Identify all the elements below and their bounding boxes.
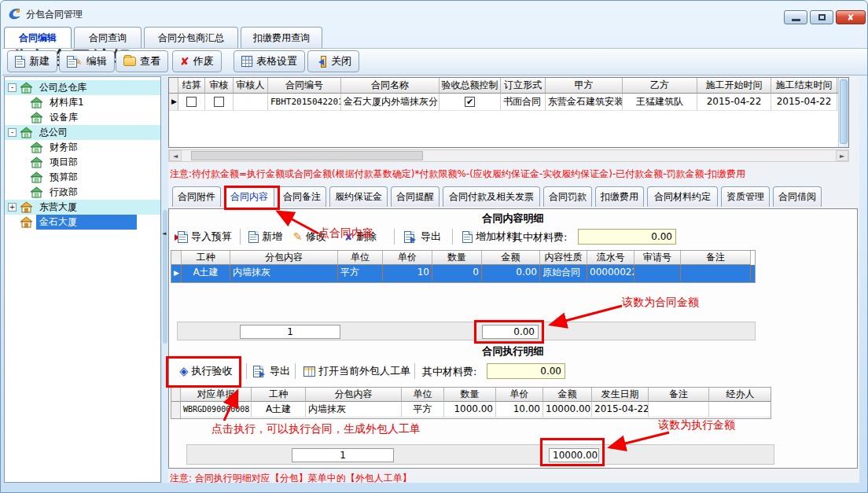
contracts-vertical-scrollbar[interactable] — [838, 78, 848, 147]
scroll-thumb[interactable] — [191, 151, 423, 160]
add-material-button[interactable]: 增加材料 — [460, 227, 519, 246]
tree-item-dongying-building[interactable]: + 东营大厦 — [5, 200, 160, 215]
tree-item-finance-dept[interactable]: 财务部 — [5, 140, 160, 155]
audit-checkbox[interactable] — [214, 97, 224, 107]
building-house-icon — [20, 201, 33, 213]
tree-item-project-dept[interactable]: 项目部 — [5, 155, 160, 170]
tab-contract-edit[interactable]: 合同编辑 — [4, 27, 72, 48]
tab-contract-borrow[interactable]: 合同借阅 — [773, 186, 822, 207]
tab-material-agreement[interactable]: 合同材料约定 — [647, 186, 718, 207]
contract-row[interactable]: ▶ FBHT2015042201 金石大厦内外墙抹灰分 ✔ 书面合同 东营金石建… — [169, 94, 848, 111]
tree-item-admin-dept[interactable]: 行政部 — [5, 185, 160, 200]
tab-performance-bond[interactable]: 履约保证金 — [329, 186, 388, 207]
restore-button[interactable] — [810, 10, 833, 24]
close-window-button[interactable]: ✘ — [836, 10, 866, 24]
app-icon — [8, 7, 22, 20]
red-x-icon: ✘ — [180, 56, 189, 67]
exec-material-fee-input[interactable] — [487, 363, 565, 379]
content-row-selected[interactable]: ▶ A土建 内墙抹灰 平方 10 0 0.00 原始合同 00000022 — [171, 265, 755, 282]
contracts-horizontal-scrollbar[interactable]: ◄ ► — [168, 149, 849, 162]
title-bar: 分包合同管理 ✘ — [1, 1, 867, 25]
warehouse-house-icon — [30, 112, 43, 123]
restore-icon — [818, 14, 826, 20]
contracts-grid: 结算 审核 审核人 合同编号 合同名称 验收总额控制 订立形式 甲方 乙方 施工… — [168, 77, 849, 148]
exec-detail-note: 注意: 合同执行明细对应【分包】菜单中的【外包人工单】 — [170, 472, 412, 485]
open-folder-icon — [123, 57, 136, 66]
tab-contract-penalty[interactable]: 合同罚款 — [543, 186, 592, 207]
tree-item-material-store[interactable]: 材料库1 — [5, 95, 160, 110]
dept-house-icon — [30, 142, 43, 153]
organization-tree: - 公司总仓库 材料库1 设备库 - 总公司 财务部 项目部 预算部 — [4, 76, 161, 483]
tab-contract-remarks[interactable]: 合同备注 — [278, 186, 326, 207]
edit-document-icon — [67, 56, 77, 68]
tree-item-budget-dept[interactable]: 预算部 — [5, 170, 160, 185]
dept-house-icon — [30, 186, 43, 198]
tree-item-jinshi-building[interactable]: 金石大厦 — [5, 215, 160, 230]
scroll-right-icon[interactable]: ► — [836, 150, 848, 161]
tree-item-company-warehouse[interactable]: - 公司总仓库 — [5, 80, 160, 95]
open-labor-sheet-button[interactable]: 打开当前外包人工单 — [301, 362, 413, 381]
exec-summary-bar: 1 10000.00 — [186, 444, 774, 465]
content-grid: 工种 分包内容 单位 单价 数量 金额 内容性质 流水号 审请号 备注 ▶ A土… — [171, 250, 756, 283]
export-exec-button[interactable]: 导出 — [251, 362, 292, 381]
collapse-icon[interactable]: - — [8, 128, 17, 137]
exec-grid: 对应单据 工种 分包内容 单位 数量 单价 金额 发生日期 备注 经办人 WBR… — [171, 387, 771, 419]
row-selector-icon: ▶ — [171, 265, 182, 282]
new-button[interactable]: 新建 — [7, 50, 57, 72]
minimize-button[interactable] — [784, 10, 807, 24]
content-section-title: 合同内容明细 — [169, 212, 857, 226]
import-budget-button[interactable]: 导入预算 — [174, 227, 234, 246]
content-summary-bar: 1 0.00 — [177, 322, 756, 340]
app-window: 分包合同管理 ✘ 合同编辑 合同查询 合同分包商汇总 扣缴费用查询 分包合同编辑… — [0, 0, 868, 493]
pencil-icon: ✎ — [293, 231, 303, 242]
tab-subcontractor-summary[interactable]: 合同分包商汇总 — [144, 27, 238, 48]
execute-accept-button[interactable]: ◈ 执行验收 — [177, 362, 235, 381]
exec-row-count: 1 — [292, 448, 394, 462]
void-button[interactable]: ✘ 作废 — [172, 50, 222, 72]
labor-sheet-icon — [303, 366, 315, 377]
view-button[interactable]: 查看 — [116, 50, 168, 72]
add-row-button[interactable]: 新增 — [246, 227, 285, 246]
tab-qualification[interactable]: 资质管理 — [721, 186, 770, 207]
expand-icon[interactable]: + — [8, 203, 17, 212]
new-document-icon — [15, 56, 25, 68]
annotation-contract-amount: 该数为合同金额 — [622, 296, 699, 310]
tab-contract-reminder[interactable]: 合同提醒 — [391, 186, 440, 207]
settle-checkbox[interactable] — [186, 97, 197, 107]
execute-diamond-icon: ◈ — [179, 366, 189, 377]
tree-item-equipment-store[interactable]: 设备库 — [5, 110, 160, 125]
export-icon — [253, 366, 267, 377]
exec-row[interactable]: WBRGD090000008 A土建 内墙抹灰 平方 1000.00 10.00… — [171, 402, 771, 419]
table-settings-button[interactable]: 表格设置 — [234, 50, 305, 72]
tree-item-head-office[interactable]: - 总公司 — [5, 125, 160, 140]
close-module-button[interactable]: 关闭 — [307, 50, 359, 72]
tab-withholding-query[interactable]: 扣缴费用查询 — [241, 27, 322, 48]
dept-house-icon — [30, 171, 43, 183]
collapse-icon[interactable]: - — [8, 83, 17, 92]
tab-contract-content[interactable]: 合同内容 — [224, 186, 274, 207]
splitter-collapse-icon[interactable]: ◄ — [162, 230, 166, 237]
annotation-execute-hint: 点击执行，可以执行合同，生成外包人工单 — [211, 422, 421, 436]
tab-contract-query[interactable]: 合同查询 — [74, 27, 142, 48]
content-amount-total: 0.00 — [482, 325, 539, 339]
tab-withholding-fee[interactable]: 扣缴费用 — [595, 186, 644, 207]
warehouse-house-icon — [20, 82, 33, 94]
export-content-button[interactable]: 导出 — [402, 227, 443, 246]
acceptance-control-checkbox[interactable]: ✔ — [465, 97, 475, 107]
tab-payment-invoices[interactable]: 合同付款及相关发票 — [443, 186, 540, 207]
exec-section-title: 合同执行明细 — [169, 344, 857, 359]
tree-splitter[interactable]: ◄ — [162, 76, 168, 483]
scroll-left-icon[interactable]: ◄ — [169, 150, 182, 161]
minimize-icon — [792, 19, 800, 21]
office-house-icon — [20, 127, 33, 138]
annotation-exec-amount: 该数为执行金额 — [658, 418, 735, 432]
tab-contract-attachments[interactable]: 合同附件 — [172, 186, 221, 207]
material-fee-input[interactable] — [578, 229, 676, 245]
material-fee-label: 其中材料费: — [513, 230, 567, 245]
import-icon — [176, 231, 188, 243]
dept-house-icon — [30, 156, 43, 168]
close-icon: ✘ — [847, 13, 854, 23]
content-row-count: 1 — [240, 325, 340, 339]
annotation-click-content-tab: 点合同内容 — [318, 226, 373, 241]
edit-button[interactable]: ✎ 编辑 — [59, 50, 115, 72]
